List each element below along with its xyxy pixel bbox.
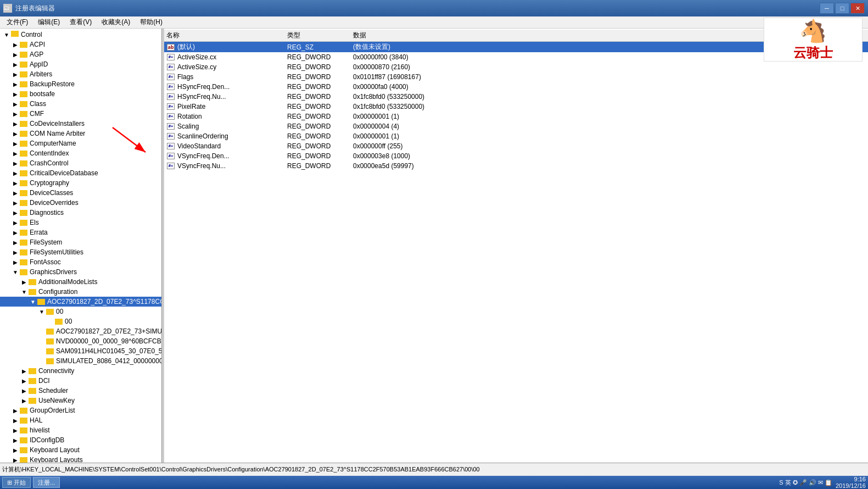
registry-row[interactable]: #=VSyncFreq.Den...REG_DWORD0x000003e8 (1…: [164, 151, 868, 161]
taskbar-app-button[interactable]: 注册...: [33, 477, 60, 488]
registry-row[interactable]: #=HSyncFreq.Den...REG_DWORD0x00000fa0 (4…: [164, 82, 868, 92]
tree-item[interactable]: SAM0911H4LHC01045_30_07E0_5C+A...: [0, 346, 161, 356]
tree-item[interactable]: ▶ContentIndex: [0, 148, 161, 158]
expand-icon[interactable]: ▶: [20, 366, 29, 375]
expand-root[interactable]: ▼: [2, 30, 11, 39]
registry-row[interactable]: #=RotationREG_DWORD0x00000001 (1): [164, 112, 868, 121]
tree-item[interactable]: ▶IDConfigDB: [0, 435, 161, 445]
registry-row[interactable]: #=HSyncFreq.Nu...REG_DWORD0x1fc8bfd0 (53…: [164, 92, 868, 102]
registry-row[interactable]: #=FlagsREG_DWORD0x0101ff87 (16908167): [164, 72, 868, 82]
tree-item[interactable]: ▶Cryptography: [0, 178, 161, 188]
menu-file[interactable]: 文件(F): [2, 16, 32, 28]
menu-view[interactable]: 查看(V): [65, 16, 96, 28]
menu-help[interactable]: 帮助(H): [136, 16, 167, 28]
tree-item[interactable]: ▶FileSystem: [0, 237, 161, 247]
expand-icon[interactable]: ▶: [20, 396, 29, 405]
expand-icon[interactable]: ▶: [11, 258, 20, 266]
expand-icon[interactable]: ▶: [20, 386, 29, 395]
expand-icon[interactable]: ▶: [11, 446, 20, 454]
tree-item[interactable]: AOC27901827_2D_07E2_73+SIMULATI...: [0, 326, 161, 336]
tree-item[interactable]: ▼Configuration: [0, 287, 161, 297]
expand-icon[interactable]: ▶: [11, 188, 20, 197]
expand-icon[interactable]: ▶: [20, 277, 29, 286]
expand-icon[interactable]: ▶: [11, 406, 20, 415]
tree-item[interactable]: ▶HAL: [0, 415, 161, 425]
registry-panel[interactable]: 名称 类型 数据 ab(默认)REG_SZ(数值未设置)#=ActiveSize…: [164, 29, 868, 463]
tree-item[interactable]: ▶AGP: [0, 49, 161, 59]
tree-item[interactable]: ▶Keyboard Layout: [0, 445, 161, 455]
tree-item[interactable]: ▶COM Name Arbiter: [0, 129, 161, 138]
expand-icon[interactable]: [37, 347, 46, 355]
tree-root[interactable]: ▼ Control: [0, 30, 161, 40]
expand-icon[interactable]: ▶: [11, 455, 20, 463]
start-button[interactable]: ⊞ 开始: [2, 477, 31, 488]
expand-icon[interactable]: ▼: [20, 287, 29, 296]
tree-item[interactable]: ▶DeviceOverrides: [0, 198, 161, 208]
expand-icon[interactable]: ▶: [11, 238, 20, 247]
expand-icon[interactable]: ▶: [11, 149, 20, 158]
tree-item[interactable]: ▼AOC27901827_2D_07E2_73^S1178CC2...: [0, 297, 161, 307]
registry-row[interactable]: ab(默认)REG_SZ(数值未设置): [164, 42, 868, 52]
tree-item[interactable]: ▶Diagnostics: [0, 208, 161, 218]
expand-icon[interactable]: ▶: [11, 208, 20, 217]
tree-item[interactable]: SIMULATED_8086_0412_00000000_00C...: [0, 356, 161, 366]
expand-icon[interactable]: ▶: [11, 119, 20, 128]
maximize-button[interactable]: □: [835, 3, 849, 14]
tree-item[interactable]: ▶Class: [0, 99, 161, 109]
tree-item[interactable]: ▶CriticalDeviceDatabase: [0, 168, 161, 178]
tree-item[interactable]: ▶Connectivity: [0, 366, 161, 376]
registry-row[interactable]: #=VSyncFreq.Nu...REG_DWORD0x0000ea5d (59…: [164, 161, 868, 171]
registry-row[interactable]: #=ActiveSize.cxREG_DWORD0x00000f00 (3840…: [164, 52, 868, 62]
menu-edit[interactable]: 编辑(E): [33, 16, 64, 28]
tree-item[interactable]: ▶CoDeviceInstallers: [0, 119, 161, 129]
tree-item[interactable]: ▶Scheduler: [0, 386, 161, 396]
expand-icon[interactable]: ▶: [11, 218, 20, 227]
expand-icon[interactable]: ▶: [11, 129, 20, 138]
expand-icon[interactable]: [46, 317, 55, 326]
expand-icon[interactable]: [37, 327, 46, 336]
expand-icon[interactable]: ▶: [11, 109, 20, 118]
tree-item[interactable]: ▶DCI: [0, 376, 161, 386]
tree-item[interactable]: ▶CMF: [0, 109, 161, 119]
tree-item[interactable]: ▶BackupRestore: [0, 79, 161, 89]
expand-icon[interactable]: ▶: [11, 179, 20, 187]
tree-item[interactable]: ▼GraphicsDrivers: [0, 267, 161, 277]
tree-item[interactable]: ▶hivelist: [0, 425, 161, 435]
expand-icon[interactable]: ▶: [11, 248, 20, 257]
tree-item[interactable]: ▶CrashControl: [0, 158, 161, 168]
tree-item[interactable]: ▶Errata: [0, 227, 161, 237]
expand-icon[interactable]: ▶: [11, 416, 20, 425]
tree-item[interactable]: ▶Keyboard Layouts: [0, 455, 161, 463]
menu-favorites[interactable]: 收藏夹(A): [97, 16, 135, 28]
tree-item[interactable]: ▶ComputerName: [0, 138, 161, 148]
tree-item[interactable]: ▶DeviceClasses: [0, 188, 161, 198]
expand-icon[interactable]: ▶: [20, 376, 29, 385]
expand-icon[interactable]: [37, 357, 46, 365]
expand-icon[interactable]: ▶: [11, 90, 20, 98]
expand-icon[interactable]: ▶: [11, 139, 20, 148]
registry-row[interactable]: #=ActiveSize.cyREG_DWORD0x00000870 (2160…: [164, 62, 868, 72]
registry-row[interactable]: #=VideoStandardREG_DWORD0x000000ff (255): [164, 141, 868, 151]
expand-icon[interactable]: ▶: [11, 198, 20, 207]
registry-row[interactable]: #=ScanlineOrderingREG_DWORD0x00000001 (1…: [164, 131, 868, 141]
expand-icon[interactable]: ▶: [11, 60, 20, 69]
expand-icon[interactable]: ▶: [11, 228, 20, 237]
tree-item[interactable]: NVD00000_00_0000_98^60BCFCB114/...: [0, 336, 161, 346]
tree-item[interactable]: ▶UseNewKey: [0, 396, 161, 405]
tree-item[interactable]: 00: [0, 316, 161, 326]
tree-item[interactable]: ▶FileSystemUtilities: [0, 247, 161, 257]
expand-icon[interactable]: ▶: [11, 99, 20, 108]
tree-item[interactable]: ▶FontAssoc: [0, 257, 161, 267]
tree-item[interactable]: ▶AdditionalModeLists: [0, 277, 161, 287]
expand-icon[interactable]: [37, 337, 46, 346]
tree-item[interactable]: ▶bootsafe: [0, 89, 161, 99]
close-button[interactable]: ✕: [850, 3, 865, 14]
expand-icon[interactable]: ▶: [11, 169, 20, 177]
tree-item[interactable]: ▼00: [0, 307, 161, 316]
expand-icon[interactable]: ▼: [11, 268, 20, 276]
minimize-button[interactable]: ─: [820, 3, 834, 14]
expand-icon[interactable]: ▶: [11, 50, 20, 59]
tree-item[interactable]: ▶AppID: [0, 59, 161, 69]
tree-item[interactable]: ▶ACPI: [0, 40, 161, 49]
registry-row[interactable]: #=PixelRateREG_DWORD0x1fc8bfd0 (53325000…: [164, 102, 868, 112]
